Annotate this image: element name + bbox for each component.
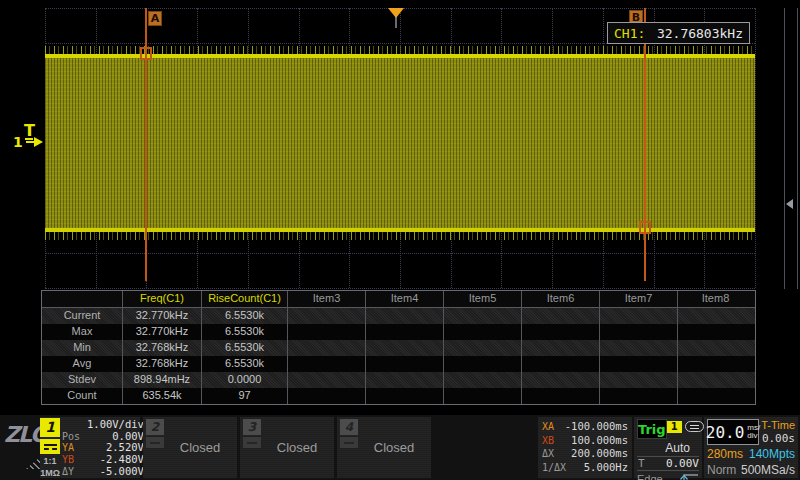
- dx-label: ΔX: [542, 447, 568, 461]
- timebase-panel[interactable]: 20.0 ms/ div T-Time 0.00s 280ms 140Mpts …: [704, 417, 798, 478]
- ch3-number-badge: 3: [243, 419, 261, 435]
- sample-rate: 500MSa/s: [741, 463, 795, 477]
- measurement-value-cell: [443, 340, 521, 356]
- measurement-column-header[interactable]: Item3: [287, 291, 365, 307]
- xb-label: XB: [542, 434, 568, 448]
- measurement-value-cell: [443, 308, 521, 324]
- measurement-column-header[interactable]: Item4: [365, 291, 443, 307]
- ch3-coupling-badge: [243, 437, 261, 448]
- ch1-ya-label: YA: [60, 442, 87, 454]
- cursor-readout-panel[interactable]: XA -100.000ms XB 100.000ms ΔX 200.000ms …: [538, 417, 632, 478]
- ch1-dy-label: ΔY: [60, 466, 87, 478]
- channel3-panel[interactable]: 3 Closed: [240, 417, 334, 478]
- right-track-arrow-icon[interactable]: [786, 199, 793, 209]
- measurement-value-cell: [443, 324, 521, 340]
- measurement-column-header[interactable]: RiseCount(C1): [201, 291, 287, 307]
- trigger-source-badge: 1: [667, 421, 682, 433]
- channel2-panel[interactable]: 2 Closed: [143, 417, 237, 478]
- measurement-value-cell: [287, 388, 365, 404]
- ch1-waveform-trace: [45, 54, 755, 232]
- measurement-column-header[interactable]: Item5: [443, 291, 521, 307]
- trigger-source-badges: 1: [667, 419, 704, 441]
- channel1-panel[interactable]: 1 1:1 1MΩ 1.00V/div Pos 0.00V YA 2.520V …: [40, 417, 140, 478]
- measurement-row-label: Min: [42, 340, 122, 356]
- timebase-scale-box: 20.0 ms/ div: [707, 419, 759, 445]
- measurement-value-cell: 32.770kHz: [122, 324, 201, 340]
- measurement-row: Min32.768kHz6.5530k: [42, 340, 755, 356]
- measurement-value-cell: [443, 388, 521, 404]
- measurement-value-cell: 6.5530k: [201, 340, 287, 356]
- graticule-vline: [755, 8, 756, 288]
- measurement-column-header[interactable]: Item8: [677, 291, 753, 307]
- ch2-number-badge: 2: [146, 419, 164, 435]
- inv-dx-label: 1/ΔX: [542, 461, 568, 475]
- trigger-coupling-icon: [685, 421, 704, 432]
- xa-label: XA: [542, 420, 565, 434]
- ch1-dy-value: -5.000V: [87, 466, 144, 478]
- trigger-panel[interactable]: Trig 1 Auto T 0.00V Edge: [634, 417, 702, 478]
- cursor-a-handle[interactable]: A: [148, 11, 162, 26]
- measurement-value-cell: 32.770kHz: [122, 308, 201, 324]
- ch1-badge-column: 1 1:1 1MΩ: [40, 417, 60, 478]
- memory-depth: 140Mpts: [749, 447, 795, 461]
- measurement-header-row: Freq(C1)RiseCount(C1)Item3Item4Item5Item…: [42, 291, 755, 308]
- measurement-column-header[interactable]: Item6: [521, 291, 599, 307]
- measurement-value-cell: [521, 388, 599, 404]
- measurement-value-cell: [287, 372, 365, 388]
- measurement-row-label: Current: [42, 308, 122, 324]
- ch1-impedance: 1MΩ: [40, 468, 60, 478]
- trigger-position-marker-icon[interactable]: [388, 8, 404, 18]
- measurement-column-header[interactable]: Freq(C1): [122, 291, 201, 307]
- measurement-value-cell: [521, 372, 599, 388]
- measurement-value-cell: [677, 308, 753, 324]
- ch1-marker-arrowhead-icon: [34, 137, 43, 147]
- measurement-value-cell: 898.94mHz: [122, 372, 201, 388]
- measurement-value-cell: [521, 340, 599, 356]
- oscilloscope-screen: A B T 1 CH1: 32.76803kHz Freq(C1)RiseCou…: [0, 0, 800, 480]
- ch4-badge-column: 4: [339, 419, 359, 476]
- measurement-value-cell: [521, 356, 599, 372]
- t-time-label: T-Time: [759, 419, 795, 432]
- ch4-status: Closed: [359, 440, 429, 455]
- measurement-value-cell: [677, 372, 753, 388]
- ch3-status: Closed: [262, 440, 332, 455]
- measurement-value-cell: [677, 340, 753, 356]
- measurement-row-label: Count: [42, 388, 122, 404]
- measurement-value-cell: [287, 324, 365, 340]
- ch2-badge-column: 2: [145, 419, 165, 476]
- measurement-value-cell: [521, 324, 599, 340]
- graticule-hline: [45, 253, 755, 254]
- acquire-mode: Norm: [707, 463, 736, 477]
- ch1-frequency-readout: CH1: 32.76803kHz: [607, 22, 750, 44]
- measurement-value-cell: [287, 308, 365, 324]
- dx-value: 200.000ms: [568, 447, 628, 461]
- ch1-probe-ratio: 1:1: [43, 456, 56, 466]
- t-time-block: T-Time 0.00s: [759, 419, 795, 446]
- cursor-b-line[interactable]: [644, 8, 646, 281]
- capture-window: 280ms: [707, 447, 743, 461]
- t-time-value: 0.00s: [759, 432, 795, 445]
- ch4-coupling-badge: [340, 437, 358, 448]
- measurement-value-cell: [677, 324, 753, 340]
- measurement-value-cell: [365, 388, 443, 404]
- xa-value: -100.000ms: [565, 420, 628, 434]
- ch1-yb-label: YB: [60, 454, 87, 466]
- measurement-value-cell: [365, 340, 443, 356]
- measurement-value-cell: [599, 308, 677, 324]
- measurement-value-cell: [677, 388, 753, 404]
- measurement-value-cell: 32.768kHz: [122, 340, 201, 356]
- measurement-value-cell: [287, 356, 365, 372]
- channel4-panel[interactable]: 4 Closed: [337, 417, 431, 478]
- readout-frequency-value: 32.76803kHz: [657, 26, 743, 41]
- ch1-number-badge: 1: [40, 418, 60, 437]
- trigger-position-stem: [395, 17, 397, 28]
- measurement-value-cell: 6.5530k: [201, 324, 287, 340]
- measurement-table: Freq(C1)RiseCount(C1)Item3Item4Item5Item…: [41, 290, 756, 405]
- ch1-ground-marker[interactable]: 1: [13, 134, 43, 150]
- trigger-sweep-mode: Auto: [637, 441, 699, 455]
- ch1-marker-arrow-tail: [26, 141, 34, 143]
- measurement-value-cell: [599, 324, 677, 340]
- measurement-row: Count635.54k97: [42, 388, 755, 404]
- measurement-column-header[interactable]: Item7: [599, 291, 677, 307]
- measurement-row: Current32.770kHz6.5530k: [42, 308, 755, 324]
